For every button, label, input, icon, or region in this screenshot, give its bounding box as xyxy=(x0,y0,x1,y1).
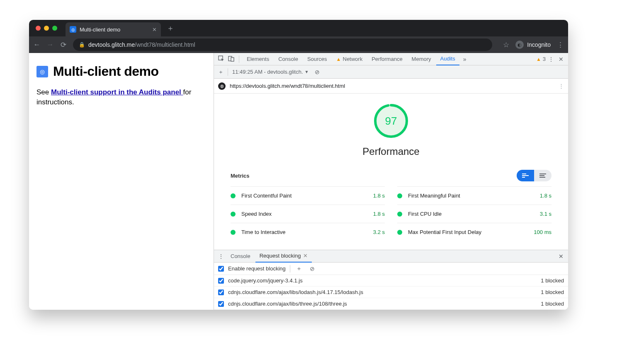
metric-row: First Contentful Paint 1.8 s xyxy=(231,186,385,205)
metric-name: First CPU Idle xyxy=(408,211,534,217)
forward-button[interactable]: → xyxy=(46,41,54,49)
pass-dot-icon xyxy=(397,193,402,198)
window-controls xyxy=(36,26,57,31)
maximize-window-button[interactable] xyxy=(52,26,57,31)
metric-name: First Meaningful Paint xyxy=(408,193,534,199)
tab-network[interactable]: ▲ Network xyxy=(332,53,367,65)
url-path: /wndt78/multiclient.html xyxy=(135,41,195,48)
incognito-label: Incognito xyxy=(527,41,551,48)
tab-console[interactable]: Console xyxy=(274,53,302,65)
metrics-grid: First Contentful Paint 1.8 s First Meani… xyxy=(214,186,568,249)
pattern-status: 1 blocked xyxy=(541,289,564,295)
view-toggle-expanded[interactable] xyxy=(534,170,552,181)
devtools-drawer: ⋮ Console Request blocking ✕ ✕ Enable re… xyxy=(214,250,568,310)
audits-toolbar: ＋ 11:49:25 AM - devtools.glitch. ▼ ⊘ xyxy=(214,65,568,79)
page-content: ◎ Multi-client demo See Multi-client sup… xyxy=(29,53,214,310)
metric-value: 3.1 s xyxy=(540,211,552,217)
metric-row: Max Potential First Input Delay 100 ms xyxy=(397,223,552,241)
devtools-close-icon[interactable]: ✕ xyxy=(556,56,566,63)
browser-tab[interactable]: ◎ Multi-client demo ✕ xyxy=(66,22,161,36)
audit-menu-icon[interactable]: ⋮ xyxy=(559,83,564,89)
metric-name: Speed Index xyxy=(241,211,367,217)
page-text-prefix: See xyxy=(36,88,51,96)
metric-row: Speed Index 1.8 s xyxy=(231,205,385,223)
new-tab-button[interactable]: ＋ xyxy=(167,23,174,33)
inspect-element-icon[interactable] xyxy=(216,55,226,63)
tab-elements[interactable]: Elements xyxy=(243,53,273,65)
blocked-pattern-row[interactable]: cdnjs.cloudflare.com/ajax/libs/lodash.js… xyxy=(214,287,568,298)
incognito-icon: ◐ xyxy=(515,41,524,49)
bookmark-star-icon[interactable]: ☆ xyxy=(502,41,510,49)
minimize-window-button[interactable] xyxy=(44,26,49,31)
devtools-panel: Elements Console Sources ▲ Network Perfo… xyxy=(214,53,568,310)
page-body-text: See Multi-client support in the Audits p… xyxy=(36,87,205,107)
pattern-text: cdnjs.cloudflare.com/ajax/libs/three.js/… xyxy=(228,301,347,307)
add-pattern-button[interactable]: ＋ xyxy=(294,265,304,272)
drawer-menu-icon[interactable]: ⋮ xyxy=(216,253,226,260)
drawer-tab-bar: ⋮ Console Request blocking ✕ ✕ xyxy=(214,250,568,263)
tab-performance[interactable]: Performance xyxy=(367,53,406,65)
pass-dot-icon xyxy=(397,212,402,217)
metric-row: Time to Interactive 3.2 s xyxy=(231,223,385,241)
lighthouse-report: 97 Performance Metrics xyxy=(214,94,568,250)
audited-url: https://devtools.glitch.me/wndt78/multic… xyxy=(230,83,345,89)
close-window-button[interactable] xyxy=(36,26,41,31)
metric-value: 1.8 s xyxy=(373,193,385,199)
close-tab-button[interactable]: ✕ xyxy=(152,27,157,33)
pattern-enabled-checkbox[interactable] xyxy=(218,301,224,307)
browser-menu-button[interactable]: ⋮ xyxy=(556,41,564,49)
metric-value: 1.8 s xyxy=(540,193,552,199)
page-link[interactable]: Multi-client support in the Audits panel xyxy=(51,88,183,96)
warning-count-value: 3 xyxy=(543,56,546,62)
tab-sources[interactable]: Sources xyxy=(303,53,331,65)
metric-name: Max Potential First Input Delay xyxy=(408,229,528,235)
pattern-enabled-checkbox[interactable] xyxy=(218,278,224,284)
pass-dot-icon xyxy=(231,193,236,198)
enable-request-blocking-checkbox[interactable] xyxy=(218,266,224,272)
warnings-count[interactable]: ▲ 3 xyxy=(536,56,546,62)
reload-button[interactable]: ⟳ xyxy=(60,41,67,49)
tab-strip: ◎ Multi-client demo ✕ ＋ xyxy=(29,20,568,36)
more-tabs-icon[interactable]: » xyxy=(460,56,469,63)
devtools-settings-icon[interactable]: ⋮ xyxy=(547,56,556,63)
drawer-tab-request-blocking[interactable]: Request blocking ✕ xyxy=(255,250,312,263)
blocked-pattern-row[interactable]: cdnjs.cloudflare.com/ajax/libs/three.js/… xyxy=(214,298,568,310)
clear-patterns-icon[interactable]: ⊘ xyxy=(308,265,317,272)
metric-row: First Meaningful Paint 1.8 s xyxy=(397,186,552,205)
pass-dot-icon xyxy=(231,212,236,217)
audit-report-select[interactable]: 11:49:25 AM - devtools.glitch. ▼ xyxy=(232,69,309,75)
metric-name: Time to Interactive xyxy=(241,229,367,235)
incognito-indicator[interactable]: ◐ Incognito xyxy=(515,41,551,49)
pattern-status: 1 blocked xyxy=(541,277,564,284)
performance-category-title: Performance xyxy=(362,146,419,157)
back-button[interactable]: ← xyxy=(33,41,41,49)
view-toggle-compact[interactable] xyxy=(517,170,534,181)
drawer-tab-console[interactable]: Console xyxy=(226,250,255,263)
close-drawer-tab-icon[interactable]: ✕ xyxy=(303,253,308,259)
drawer-close-icon[interactable]: ✕ xyxy=(556,253,566,260)
tab-audits[interactable]: Audits xyxy=(436,53,459,65)
favicon-devtools-icon: ◎ xyxy=(70,26,76,33)
viewport-split: ◎ Multi-client demo See Multi-client sup… xyxy=(29,53,568,310)
devtools-tab-bar: Elements Console Sources ▲ Network Perfo… xyxy=(214,53,568,65)
lock-icon: 🔒 xyxy=(79,42,85,48)
pattern-status: 1 blocked xyxy=(541,301,564,307)
dropdown-caret-icon: ▼ xyxy=(305,70,309,74)
device-toolbar-icon[interactable] xyxy=(226,55,236,63)
request-blocking-toolbar: Enable request blocking ＋ ⊘ xyxy=(214,263,568,275)
lighthouse-icon: ◍ xyxy=(218,82,226,90)
new-audit-button[interactable]: ＋ xyxy=(218,68,224,76)
audit-report-label: 11:49:25 AM - devtools.glitch. xyxy=(232,69,303,75)
blocked-pattern-row[interactable]: code.jquery.com/jquery-3.4.1.js 1 blocke… xyxy=(214,275,568,287)
address-bar[interactable]: 🔒 devtools.glitch.me/wndt78/multiclient.… xyxy=(73,39,492,51)
pattern-text: code.jquery.com/jquery-3.4.1.js xyxy=(228,277,303,284)
metric-row: First CPU Idle 3.1 s xyxy=(397,205,552,223)
clear-audits-icon[interactable]: ⊘ xyxy=(313,69,322,75)
audit-url-bar: ◍ https://devtools.glitch.me/wndt78/mult… xyxy=(214,79,568,94)
pass-dot-icon xyxy=(397,230,402,235)
pattern-enabled-checkbox[interactable] xyxy=(218,289,224,295)
url-host: devtools.glitch.me xyxy=(88,41,135,48)
tab-memory[interactable]: Memory xyxy=(408,53,435,65)
drawer-tab-label: Request blocking xyxy=(260,253,301,259)
performance-gauge: 97 Performance xyxy=(214,94,568,166)
